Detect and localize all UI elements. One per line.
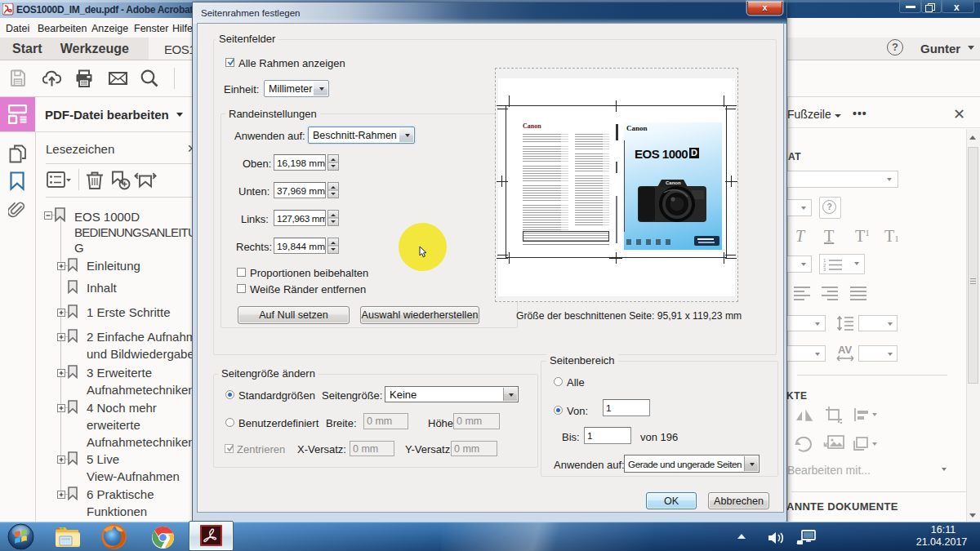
svg-text:3: 3 bbox=[823, 267, 826, 271]
svg-text:Canon: Canon bbox=[666, 180, 681, 185]
